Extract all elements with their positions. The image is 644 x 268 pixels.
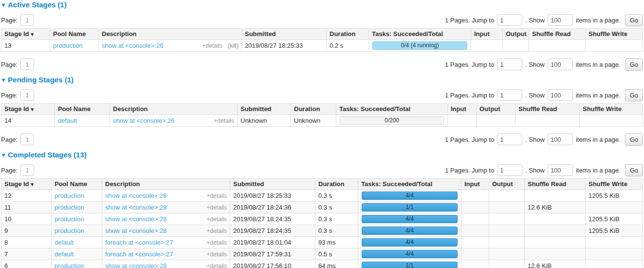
go-button[interactable]: Go [625,14,643,26]
details-toggle-link[interactable]: +details [214,117,234,124]
column-header[interactable]: Pool Name [55,104,110,115]
pool-name-link[interactable]: production [55,192,84,199]
shuffle-read-cell [525,190,586,202]
go-button[interactable]: Go [625,58,643,71]
sort-arrow-icon: ▾ [31,181,34,187]
column-header[interactable]: Tasks: Succeeded/Total [369,29,471,40]
stage-description-link[interactable]: show at <console>:26 [105,192,166,199]
column-header[interactable]: Shuffle Read [515,104,580,115]
pool-name-link[interactable]: default [58,117,77,124]
details-toggle-link[interactable]: +details [206,204,227,211]
stage-id-cell: 9 [1,225,52,237]
go-button[interactable]: Go [625,134,643,146]
column-header[interactable]: Pool Name [50,29,99,40]
column-header[interactable]: Duration [291,104,336,115]
column-header[interactable]: Submitted [238,104,291,115]
column-header[interactable]: Submitted [242,29,327,40]
column-header[interactable]: Input [461,179,489,190]
tasks-cell: 4/4 [358,190,461,202]
stage-id-cell: 6 [1,260,52,268]
output-cell [489,190,525,202]
pages-count-text: 1 Pages. Jump to [445,61,494,68]
column-header[interactable]: Input [448,104,477,115]
jump-to-input[interactable] [497,134,522,145]
pool-name-link[interactable]: production [55,227,84,234]
section-header-active-stages[interactable]: ▾ Active Stages (1) [2,1,642,9]
pool-name-link[interactable]: production [55,262,84,268]
column-header[interactable]: Input [471,29,503,40]
pool-name-link[interactable]: production [55,204,84,211]
sort-arrow-icon: ▾ [31,31,34,37]
column-header[interactable]: Output [489,179,525,190]
show-items-input[interactable] [548,14,573,26]
stage-description-link[interactable]: show at <console>:28 [105,227,166,234]
column-header[interactable]: Shuffle Read [525,179,586,190]
page-number-input[interactable] [20,164,34,176]
page-number-input[interactable] [20,134,34,145]
kill-link[interactable]: (kill) [228,42,239,49]
tasks-cell: 1/1 [358,202,461,213]
column-header[interactable]: Stage Id▾ [1,104,55,115]
go-button[interactable]: Go [625,89,643,101]
jump-to-input[interactable] [497,14,522,26]
column-header[interactable]: Shuffle Read [529,29,586,40]
column-header[interactable]: Tasks: Succeeded/Total [358,179,461,190]
column-header[interactable]: Stage Id▾ [1,179,52,190]
show-items-input[interactable] [548,134,573,145]
show-items-input[interactable] [548,89,573,101]
column-header[interactable]: Pool Name [52,179,102,190]
pool-name-link[interactable]: production [53,42,83,49]
show-items-input[interactable] [548,58,573,70]
shuffle-read-cell [525,213,586,225]
details-toggle-link[interactable]: +details [206,228,227,234]
go-button[interactable]: Go [625,164,643,176]
column-header[interactable]: Description [102,179,230,190]
shuffle-write-cell [586,249,643,260]
stage-description-link[interactable]: show at <console>:28 [105,215,166,223]
pool-name-link[interactable]: production [55,215,84,223]
pool-name-link[interactable]: default [55,250,74,258]
section-header-completed-stages[interactable]: ▾ Completed Stages (13) [2,151,642,159]
stage-description-link[interactable]: show at <console>:28 [105,204,166,211]
stage-description-link[interactable]: show at <console>:28 [105,262,166,268]
stage-description-link[interactable]: foreach at <console>:27 [105,239,173,246]
column-header[interactable]: Output [503,29,529,40]
column-header[interactable]: Description [99,29,242,40]
stage-id-cell: 8 [1,237,52,249]
pool-name-cell: production [52,202,102,213]
column-header[interactable]: Duration [327,29,369,40]
output-cell [489,225,525,237]
page-number-input[interactable] [20,89,34,101]
details-toggle-link[interactable]: +details [202,42,222,49]
page-number-input[interactable] [20,14,34,26]
details-toggle-link[interactable]: +details [206,239,227,246]
column-header[interactable]: Submitted [230,179,315,190]
show-items-input[interactable] [548,164,573,176]
column-header[interactable]: Shuffle Write [580,104,643,115]
column-header[interactable]: Duration [315,179,358,190]
column-header[interactable]: Output [477,104,515,115]
pool-name-link[interactable]: default [55,239,74,246]
stage-description-link[interactable]: show at <console>:26 [102,42,163,49]
tasks-cell: 1/1 [358,260,461,268]
column-header[interactable]: Stage Id▾ [1,29,50,40]
stage-description-link[interactable]: foreach at <console>:27 [105,250,173,258]
stage-description-link[interactable]: show at <console>:26 [113,117,174,124]
task-progress-bar: 4/4 [362,227,458,235]
details-toggle-link[interactable]: +details [206,192,227,199]
column-header[interactable]: Tasks: Succeeded/Total [336,104,448,115]
stages-page: ▾ Active Stages (1) Page: 1 Pages. Jump … [0,1,644,268]
jump-to-input[interactable] [497,58,522,70]
show-text: . Show [525,136,545,143]
jump-to-input[interactable] [497,89,522,101]
column-header[interactable]: Shuffle Write [586,29,643,40]
details-toggle-link[interactable]: +details [206,216,227,223]
jump-to-input[interactable] [497,164,522,176]
pages-count-text: 1 Pages. Jump to [445,167,494,174]
column-header[interactable]: Shuffle Write [586,179,643,190]
page-number-input[interactable] [20,58,34,70]
details-toggle-link[interactable]: +details [206,263,227,268]
section-header-pending-stages[interactable]: ▾ Pending Stages (1) [2,76,642,84]
details-toggle-link[interactable]: +details [206,251,227,258]
column-header[interactable]: Description [110,104,238,115]
